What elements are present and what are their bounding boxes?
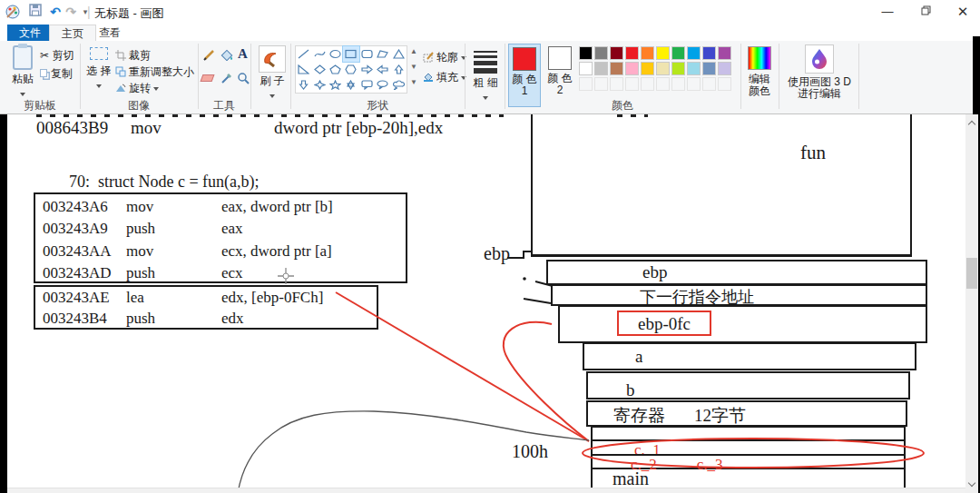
palette-swatch[interactable] (594, 62, 608, 75)
shapes-scroll-up-icon[interactable]: ▲ (409, 47, 418, 56)
shape-arrow-right[interactable] (359, 62, 375, 77)
shape-star-5[interactable] (328, 77, 343, 93)
palette-swatch[interactable] (702, 46, 716, 60)
scrollbar-thumb[interactable] (966, 258, 977, 289)
ebp0fc-red-box: ebp-0fc (617, 311, 711, 336)
shape-polygon[interactable] (375, 46, 390, 62)
palette-swatch-empty[interactable] (594, 77, 608, 91)
undo-button[interactable]: ↶ (47, 4, 64, 20)
magnifier-tool[interactable] (235, 72, 250, 87)
qat-dropdown-icon[interactable]: ▾ (77, 4, 93, 20)
palette-swatch[interactable] (687, 46, 701, 60)
size-button[interactable]: 粗 细 (468, 48, 503, 105)
scissors-icon: ✂ (40, 49, 49, 62)
shape-rounded-rectangle[interactable] (359, 46, 375, 62)
paste-button[interactable]: 粘贴 (7, 45, 38, 102)
palette-swatch-empty[interactable] (718, 77, 731, 91)
palette-swatch[interactable] (656, 46, 670, 60)
scroll-up-icon[interactable] (968, 121, 975, 128)
palette-swatch[interactable] (641, 62, 654, 75)
minimize-button[interactable]: — (872, 0, 903, 25)
palette-swatch[interactable] (687, 62, 701, 75)
palette-swatch-empty[interactable] (641, 77, 654, 91)
brushes-button[interactable]: 刷 子 (256, 45, 289, 104)
palette-swatch[interactable] (641, 46, 654, 60)
eraser-icon (201, 74, 215, 82)
edit-colors-button[interactable]: 编辑 颜色 (744, 46, 775, 97)
shapes-scroll-down-icon[interactable]: ▼ (409, 63, 418, 72)
shape-hexagon[interactable] (343, 62, 358, 77)
shape-diamond[interactable] (311, 62, 327, 77)
screen-edge (973, 36, 980, 114)
picker-tool[interactable] (219, 72, 234, 87)
save-button[interactable] (27, 4, 44, 20)
copy-button[interactable]: 复制 (40, 66, 73, 82)
shape-right-triangle[interactable] (296, 62, 311, 77)
select-button[interactable]: 选 择 (85, 47, 113, 94)
shape-triangle[interactable] (391, 46, 407, 62)
shape-star-6[interactable] (343, 77, 358, 93)
palette-swatch[interactable] (718, 46, 731, 60)
outline-button[interactable]: 轮廓 (423, 50, 466, 65)
horizontal-scrollbar[interactable] (7, 488, 965, 493)
shape-fill-button[interactable]: 填充 (423, 70, 466, 85)
drawing-canvas[interactable]: 008643B9 mov dword ptr [ebp-20h],edx 70:… (7, 114, 965, 493)
close-button[interactable]: ✕ (947, 0, 978, 25)
cut-button[interactable]: ✂ 剪切 (40, 48, 74, 64)
palette-swatch[interactable] (718, 62, 731, 75)
palette-swatch[interactable] (610, 62, 623, 75)
pencil-tool[interactable] (201, 48, 217, 64)
shape-curve[interactable] (311, 46, 327, 62)
palette-swatch[interactable] (671, 46, 685, 60)
paint3d-button[interactable]: 使用画图 3 D 进行编辑 (784, 44, 855, 100)
tab-view[interactable]: 查看 (87, 25, 132, 41)
shape-rectangle[interactable] (343, 46, 358, 62)
shape-callout-rounded[interactable] (359, 77, 375, 93)
palette-swatch-empty[interactable] (625, 77, 639, 91)
shapes-more-icon[interactable]: ▼ (409, 78, 418, 87)
shape-callout-cloud[interactable] (391, 77, 407, 93)
text-tool[interactable]: A (235, 46, 250, 62)
palette-swatch-empty[interactable] (579, 77, 593, 91)
resize-button[interactable]: 重新调整大小 (115, 64, 194, 80)
palette-swatch[interactable] (702, 62, 716, 75)
shape-arrow-up[interactable] (391, 62, 407, 77)
tab-file[interactable]: 文件 (7, 25, 53, 41)
copy-icon (40, 69, 47, 77)
crop-button[interactable]: 裁剪 (115, 48, 151, 64)
shape-arrow-left[interactable] (375, 62, 390, 77)
palette-swatch[interactable] (579, 46, 593, 60)
pointer-tick (524, 299, 551, 303)
color2-swatch (548, 46, 572, 70)
palette-swatch-empty[interactable] (610, 77, 623, 91)
palette-swatch[interactable] (625, 62, 639, 75)
paste-caret-icon (20, 93, 25, 96)
palette-swatch-empty[interactable] (702, 77, 716, 91)
shape-fill-label: 填充 (436, 71, 458, 84)
scroll-down-icon[interactable] (968, 479, 975, 487)
eraser-tool[interactable] (201, 72, 217, 87)
edit-colors-label: 编辑 颜色 (744, 74, 775, 97)
rotate-button[interactable]: 旋转 (115, 81, 159, 96)
palette-swatch[interactable] (610, 46, 623, 60)
shapes-group-label: 形状 (290, 98, 465, 113)
vertical-scrollbar[interactable] (965, 114, 978, 493)
rotate-caret-icon (153, 87, 159, 91)
shape-arrow-down[interactable] (296, 77, 311, 93)
restore-button[interactable] (910, 0, 941, 25)
palette-swatch-empty[interactable] (671, 77, 685, 91)
palette-swatch[interactable] (656, 62, 670, 75)
palette-swatch-empty[interactable] (656, 77, 670, 91)
paint-window: ↶ ↷ ▾ | 无标题 - 画图 — ✕ 文件 主页 查看 ? 粘贴 ✂ 剪切 … (0, 0, 980, 493)
palette-swatch[interactable] (671, 62, 685, 75)
shape-ellipse[interactable] (328, 46, 343, 62)
palette-swatch[interactable] (625, 46, 639, 60)
shape-pentagon[interactable] (328, 62, 343, 77)
palette-swatch-empty[interactable] (687, 77, 701, 91)
shape-callout-oval[interactable] (375, 77, 390, 93)
shape-line[interactable] (296, 46, 311, 62)
shape-star-4[interactable] (311, 77, 327, 93)
fill-tool[interactable] (219, 48, 234, 64)
palette-swatch[interactable] (579, 62, 593, 75)
palette-swatch[interactable] (594, 46, 608, 60)
